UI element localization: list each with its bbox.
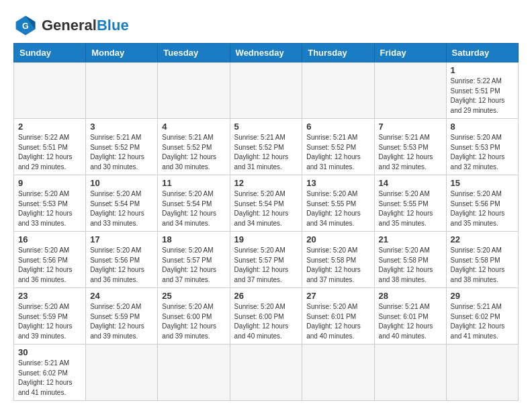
calendar-cell [302, 62, 374, 119]
calendar-cell [158, 62, 230, 119]
calendar-cell: 12Sunrise: 5:20 AM Sunset: 5:54 PM Dayli… [230, 175, 302, 232]
day-header-monday: Monday [86, 44, 158, 62]
day-number: 12 [234, 178, 298, 188]
calendar-cell: 30Sunrise: 5:21 AM Sunset: 6:02 PM Dayli… [14, 345, 86, 401]
logo-general: GeneralBlue [42, 17, 129, 34]
day-info: Sunrise: 5:20 AM Sunset: 5:57 PM Dayligh… [162, 246, 225, 285]
calendar-week-row: 9Sunrise: 5:20 AM Sunset: 5:53 PM Daylig… [14, 175, 519, 232]
day-number: 4 [162, 122, 225, 132]
calendar-cell: 2Sunrise: 5:22 AM Sunset: 5:51 PM Daylig… [14, 119, 86, 175]
calendar-cell: 23Sunrise: 5:20 AM Sunset: 5:59 PM Dayli… [14, 288, 86, 345]
calendar-cell: 22Sunrise: 5:20 AM Sunset: 5:58 PM Dayli… [446, 232, 518, 288]
day-number: 21 [379, 234, 442, 244]
day-number: 2 [18, 122, 81, 132]
calendar-cell: 26Sunrise: 5:20 AM Sunset: 6:00 PM Dayli… [230, 288, 302, 345]
calendar-table: SundayMondayTuesdayWednesdayThursdayFrid… [13, 43, 519, 401]
calendar-cell [86, 62, 158, 119]
day-info: Sunrise: 5:20 AM Sunset: 5:58 PM Dayligh… [451, 246, 514, 285]
day-number: 1 [451, 65, 514, 75]
logo-text: GeneralBlue [42, 18, 129, 33]
day-info: Sunrise: 5:20 AM Sunset: 6:01 PM Dayligh… [306, 302, 369, 341]
calendar-cell: 21Sunrise: 5:20 AM Sunset: 5:58 PM Dayli… [374, 232, 446, 288]
calendar-week-row: 16Sunrise: 5:20 AM Sunset: 5:56 PM Dayli… [14, 232, 519, 288]
calendar-cell: 11Sunrise: 5:20 AM Sunset: 5:54 PM Dayli… [158, 175, 230, 232]
day-number: 30 [18, 347, 81, 357]
calendar-cell [302, 345, 374, 401]
calendar-cell [374, 62, 446, 119]
day-info: Sunrise: 5:21 AM Sunset: 6:02 PM Dayligh… [18, 359, 81, 398]
calendar-cell [14, 62, 86, 119]
day-number: 23 [18, 291, 81, 301]
calendar-cell: 29Sunrise: 5:21 AM Sunset: 6:02 PM Dayli… [446, 288, 518, 345]
day-number: 15 [451, 178, 514, 188]
day-number: 6 [306, 122, 369, 132]
svg-text:G: G [22, 21, 29, 31]
day-number: 13 [306, 178, 369, 188]
day-info: Sunrise: 5:22 AM Sunset: 5:51 PM Dayligh… [18, 133, 81, 172]
calendar-week-row: 30Sunrise: 5:21 AM Sunset: 6:02 PM Dayli… [14, 345, 519, 401]
day-number: 22 [451, 234, 514, 244]
day-info: Sunrise: 5:21 AM Sunset: 5:53 PM Dayligh… [379, 133, 442, 172]
day-number: 11 [162, 178, 225, 188]
calendar-cell: 14Sunrise: 5:20 AM Sunset: 5:55 PM Dayli… [374, 175, 446, 232]
day-info: Sunrise: 5:20 AM Sunset: 5:59 PM Dayligh… [18, 302, 81, 341]
day-info: Sunrise: 5:21 AM Sunset: 5:52 PM Dayligh… [234, 133, 298, 172]
day-number: 20 [306, 234, 369, 244]
calendar-cell: 8Sunrise: 5:20 AM Sunset: 5:53 PM Daylig… [446, 119, 518, 175]
calendar-cell [158, 345, 230, 401]
day-number: 10 [90, 178, 153, 188]
day-info: Sunrise: 5:21 AM Sunset: 5:52 PM Dayligh… [90, 133, 153, 172]
calendar-cell [86, 345, 158, 401]
day-header-thursday: Thursday [302, 44, 374, 62]
day-number: 16 [18, 234, 81, 244]
calendar-cell: 17Sunrise: 5:20 AM Sunset: 5:56 PM Dayli… [86, 232, 158, 288]
day-number: 29 [451, 291, 514, 301]
day-info: Sunrise: 5:20 AM Sunset: 5:57 PM Dayligh… [234, 246, 298, 285]
day-info: Sunrise: 5:20 AM Sunset: 5:56 PM Dayligh… [18, 246, 81, 285]
day-number: 7 [379, 122, 442, 132]
calendar-cell: 27Sunrise: 5:20 AM Sunset: 6:01 PM Dayli… [302, 288, 374, 345]
calendar-cell: 15Sunrise: 5:20 AM Sunset: 5:56 PM Dayli… [446, 175, 518, 232]
day-info: Sunrise: 5:21 AM Sunset: 5:52 PM Dayligh… [306, 133, 369, 172]
day-header-tuesday: Tuesday [158, 44, 230, 62]
day-info: Sunrise: 5:21 AM Sunset: 6:01 PM Dayligh… [379, 302, 442, 341]
day-header-wednesday: Wednesday [230, 44, 302, 62]
day-info: Sunrise: 5:20 AM Sunset: 5:54 PM Dayligh… [234, 189, 298, 228]
logo-blue: Blue [97, 17, 129, 34]
logo: G GeneralBlue [13, 13, 129, 38]
calendar-cell: 25Sunrise: 5:20 AM Sunset: 6:00 PM Dayli… [158, 288, 230, 345]
day-number: 5 [234, 122, 298, 132]
day-header-sunday: Sunday [14, 44, 86, 62]
day-number: 8 [451, 122, 514, 132]
day-number: 27 [306, 291, 369, 301]
day-info: Sunrise: 5:20 AM Sunset: 5:56 PM Dayligh… [90, 246, 153, 285]
calendar-week-row: 23Sunrise: 5:20 AM Sunset: 5:59 PM Dayli… [14, 288, 519, 345]
day-info: Sunrise: 5:20 AM Sunset: 5:58 PM Dayligh… [379, 246, 442, 285]
calendar-cell: 28Sunrise: 5:21 AM Sunset: 6:01 PM Dayli… [374, 288, 446, 345]
calendar-cell: 4Sunrise: 5:21 AM Sunset: 5:52 PM Daylig… [158, 119, 230, 175]
day-info: Sunrise: 5:22 AM Sunset: 5:51 PM Dayligh… [451, 77, 514, 116]
calendar-cell: 5Sunrise: 5:21 AM Sunset: 5:52 PM Daylig… [230, 119, 302, 175]
day-info: Sunrise: 5:20 AM Sunset: 5:54 PM Dayligh… [162, 189, 225, 228]
calendar-cell: 3Sunrise: 5:21 AM Sunset: 5:52 PM Daylig… [86, 119, 158, 175]
calendar-cell: 16Sunrise: 5:20 AM Sunset: 5:56 PM Dayli… [14, 232, 86, 288]
day-info: Sunrise: 5:20 AM Sunset: 5:55 PM Dayligh… [306, 189, 369, 228]
calendar-cell: 24Sunrise: 5:20 AM Sunset: 5:59 PM Dayli… [86, 288, 158, 345]
day-info: Sunrise: 5:21 AM Sunset: 5:52 PM Dayligh… [162, 133, 225, 172]
calendar-cell [230, 345, 302, 401]
day-number: 3 [90, 122, 153, 132]
calendar-cell: 1Sunrise: 5:22 AM Sunset: 5:51 PM Daylig… [446, 62, 518, 119]
day-number: 26 [234, 291, 298, 301]
day-header-saturday: Saturday [446, 44, 518, 62]
calendar-cell: 20Sunrise: 5:20 AM Sunset: 5:58 PM Dayli… [302, 232, 374, 288]
day-number: 24 [90, 291, 153, 301]
day-number: 25 [162, 291, 225, 301]
calendar-cell: 6Sunrise: 5:21 AM Sunset: 5:52 PM Daylig… [302, 119, 374, 175]
day-info: Sunrise: 5:21 AM Sunset: 6:02 PM Dayligh… [451, 302, 514, 341]
calendar-header-row: SundayMondayTuesdayWednesdayThursdayFrid… [14, 44, 519, 62]
calendar-cell [230, 62, 302, 119]
calendar-cell [446, 345, 518, 401]
day-header-friday: Friday [374, 44, 446, 62]
logo-icon: G [13, 13, 38, 38]
day-number: 14 [379, 178, 442, 188]
